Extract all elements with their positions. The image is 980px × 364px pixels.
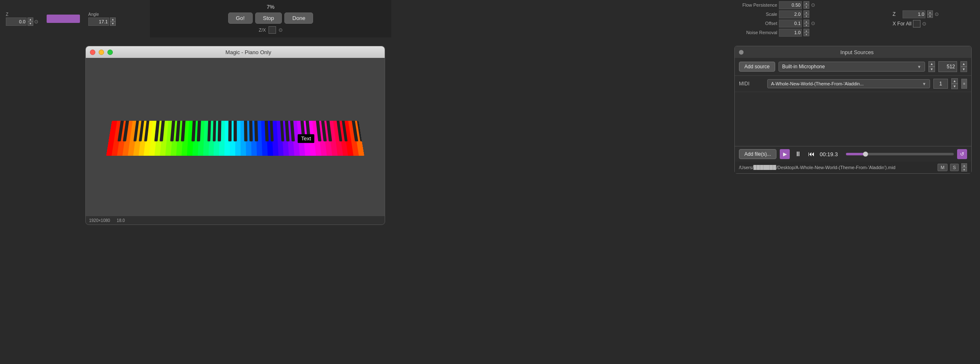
flow-persistence-arrows: ▲ ▼ xyxy=(803,1,809,9)
offset-input[interactable] xyxy=(779,20,802,27)
black-key-47 xyxy=(357,121,364,142)
offset-label: Offset xyxy=(734,21,777,26)
z-down-arrow[interactable]: ▼ xyxy=(27,22,33,26)
piano-key-25 xyxy=(240,121,246,156)
panel-body: Add source Built-in Microphone ▼ ▲ ▼ ▲ ▼… xyxy=(735,58,971,173)
far-right-z-row: Z ▲ ▼ ⊙ xyxy=(893,10,976,18)
scale-label: Scale xyxy=(734,12,777,17)
scale-input[interactable] xyxy=(779,10,802,18)
piano-visualization: Text xyxy=(106,118,364,164)
filepath-scroll-up[interactable]: ▲ xyxy=(961,163,967,167)
source-number-input[interactable] xyxy=(938,61,957,72)
z-input[interactable] xyxy=(6,17,27,26)
close-button[interactable] xyxy=(90,50,95,55)
angle-label: Angle xyxy=(88,12,99,17)
angle-input-row: ▲ ▼ xyxy=(88,17,116,26)
flow-persistence-link[interactable]: ⊙ xyxy=(811,2,815,8)
black-key-20 xyxy=(218,121,221,142)
source-num-down[interactable]: ▼ xyxy=(960,67,967,72)
window-titlebar: Magic - Piano Only xyxy=(86,46,385,58)
window-status-bar: 1920×1080 18.0 xyxy=(86,216,385,224)
x-for-all-link[interactable]: ⊙ xyxy=(922,21,926,27)
angle-up-arrow[interactable]: ▲ xyxy=(110,17,116,22)
angle-input[interactable] xyxy=(88,17,109,26)
midi-channel-input[interactable] xyxy=(933,79,948,89)
stop-button[interactable]: Stop xyxy=(255,12,282,24)
filepath-scroll-down[interactable]: ▼ xyxy=(961,167,967,172)
black-key-25 xyxy=(244,121,247,142)
flow-persistence-row: Flow Persistence ▲ ▼ ⊙ xyxy=(734,1,885,9)
zx-color-box[interactable] xyxy=(269,26,276,34)
far-right-z-input[interactable] xyxy=(903,10,925,18)
flow-persistence-up[interactable]: ▲ xyxy=(803,1,809,5)
far-right-z-down[interactable]: ▼ xyxy=(927,14,933,18)
angle-spinner-group: Angle ▲ ▼ xyxy=(88,12,116,26)
offset-down[interactable]: ▼ xyxy=(803,23,809,27)
rewind-button[interactable]: ⏮ xyxy=(806,149,816,159)
source-num-up[interactable]: ▲ xyxy=(960,61,967,67)
minimize-button[interactable] xyxy=(99,50,104,55)
zx-link-icon[interactable]: ⊙ xyxy=(279,27,283,33)
noise-removal-label: Noise Removal xyxy=(734,30,777,35)
window-content[interactable]: Text 1920×1080 18.0 xyxy=(86,58,385,224)
far-right-panel: Z ▲ ▼ ⊙ X For All ⊙ xyxy=(888,0,980,37)
offset-row: Offset ▲ ▼ ⊙ xyxy=(734,20,885,27)
zoom-status: 18.0 xyxy=(117,218,124,223)
angle-down-arrow[interactable]: ▼ xyxy=(110,22,116,26)
panel-title: Input Sources xyxy=(747,49,967,55)
source-arrows: ▲ ▼ xyxy=(928,61,935,72)
offset-up[interactable]: ▲ xyxy=(803,20,809,23)
x-for-all-swatch[interactable] xyxy=(913,20,920,27)
noise-removal-up[interactable]: ▲ xyxy=(803,29,809,32)
pause-button[interactable]: ⏸ xyxy=(793,149,803,159)
s-button[interactable]: S xyxy=(950,164,959,171)
seek-bar[interactable] xyxy=(846,153,954,155)
piano-key-29 xyxy=(261,121,268,156)
midi-ch-up[interactable]: ▲ xyxy=(951,78,958,84)
midi-dropdown-arrow: ▼ xyxy=(922,82,926,86)
midi-file-dropdown[interactable]: A-Whole-New-World-(Theme-From-'Aladdin..… xyxy=(767,79,930,88)
noise-removal-input[interactable] xyxy=(779,29,802,37)
far-right-z-link[interactable]: ⊙ xyxy=(935,11,939,17)
offset-link[interactable]: ⊙ xyxy=(811,20,815,26)
z-up-arrow[interactable]: ▲ xyxy=(27,17,33,22)
black-key-26 xyxy=(249,121,253,142)
empty-source-area xyxy=(735,92,971,146)
x-for-all-row: X For All ⊙ xyxy=(893,20,976,27)
seek-fill xyxy=(846,153,866,155)
far-right-z-label: Z xyxy=(893,11,901,17)
noise-removal-down[interactable]: ▼ xyxy=(803,32,809,36)
preview-window: Magic - Piano Only Text 1920×1080 18.0 xyxy=(85,46,385,225)
scale-down[interactable]: ▼ xyxy=(803,14,809,18)
add-files-button[interactable]: Add file(s)... xyxy=(739,149,776,159)
midi-label: MIDI xyxy=(739,81,764,87)
black-key-23 xyxy=(234,121,237,142)
offset-arrows: ▲ ▼ xyxy=(803,20,809,27)
flow-persistence-down[interactable]: ▼ xyxy=(803,5,809,9)
angle-color-swatch[interactable] xyxy=(47,15,80,23)
scale-up[interactable]: ▲ xyxy=(803,10,809,14)
noise-removal-arrows: ▲ ▼ xyxy=(803,29,809,36)
source-down-arrow[interactable]: ▼ xyxy=(928,67,935,72)
window-title: Magic - Piano Only xyxy=(116,49,381,55)
z-link-icon[interactable]: ⊙ xyxy=(34,19,38,25)
transport-row: Add file(s)... ▶ ⏸ ⏮ 00:19.3 ↺ xyxy=(735,146,971,162)
midi-scroll-btn[interactable]: ≡ xyxy=(961,79,967,89)
maximize-button[interactable] xyxy=(107,50,113,55)
go-button[interactable]: Go! xyxy=(228,12,253,24)
m-button[interactable]: M xyxy=(938,164,947,171)
filepath-text: /Users/███████/Desktop/A-Whole-New-World… xyxy=(739,165,935,170)
midi-ch-down[interactable]: ▼ xyxy=(951,84,958,89)
flow-persistence-input[interactable] xyxy=(779,1,802,9)
seek-handle[interactable] xyxy=(863,152,868,157)
source-up-arrow[interactable]: ▲ xyxy=(928,61,935,67)
add-source-button[interactable]: Add source xyxy=(739,62,775,72)
done-button[interactable]: Done xyxy=(284,12,313,24)
play-button[interactable]: ▶ xyxy=(780,149,790,159)
right-params-panel: Flow Persistence ▲ ▼ ⊙ Scale ▲ ▼ Offset … xyxy=(730,0,888,37)
loop-button[interactable]: ↺ xyxy=(957,149,967,159)
far-right-z-up[interactable]: ▲ xyxy=(927,10,933,14)
microphone-dropdown[interactable]: Built-in Microphone ▼ xyxy=(779,62,925,72)
midi-channel-arrows: ▲ ▼ xyxy=(951,78,958,89)
action-buttons: Go! Stop Done xyxy=(228,12,313,24)
